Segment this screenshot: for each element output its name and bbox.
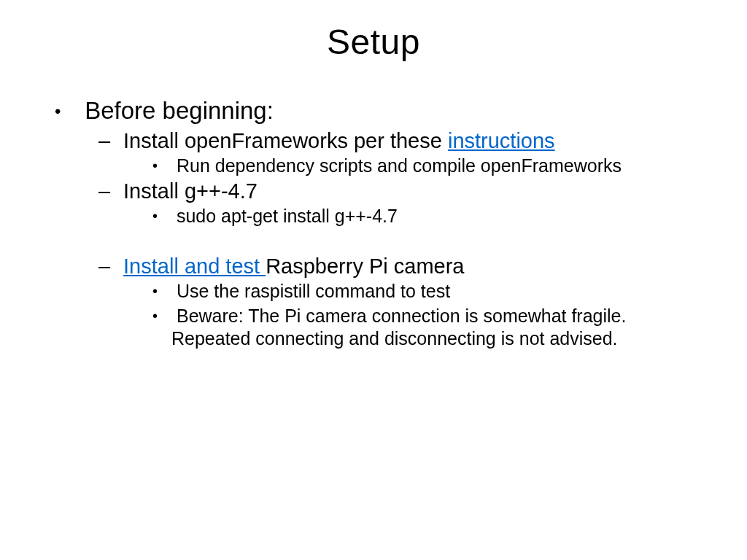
bullet-list-level3: sudo apt-get install g++-4.7 bbox=[117, 205, 685, 228]
bullet-text: Use the raspistill command to test bbox=[177, 281, 450, 301]
bullet-run-dependency: Run dependency scripts and compile openF… bbox=[152, 155, 685, 177]
bullet-list-level1: Before beginning: Install openFrameworks… bbox=[62, 97, 685, 350]
bullet-text: Raspberry Pi camera bbox=[266, 254, 464, 278]
install-test-link[interactable]: Install and test bbox=[123, 254, 266, 278]
bullet-install-test-camera: Install and test Raspberry Pi camera Use… bbox=[98, 254, 685, 351]
instructions-link[interactable]: instructions bbox=[448, 129, 555, 152]
bullet-install-openframeworks: Install openFrameworks per these instruc… bbox=[98, 129, 685, 177]
bullet-text: sudo apt-get install g++-4.7 bbox=[177, 206, 398, 226]
bullet-before-beginning: Before beginning: Install openFrameworks… bbox=[62, 97, 685, 350]
bullet-text: Install g++-4.7 bbox=[123, 179, 258, 203]
bullet-install-gpp: Install g++-4.7 sudo apt-get install g++… bbox=[98, 179, 685, 228]
bullet-list-level3: Use the raspistill command to test Bewar… bbox=[117, 280, 685, 351]
bullet-text: Install openFrameworks per these bbox=[123, 129, 448, 152]
bullet-text: Beware: The Pi camera connection is some… bbox=[171, 306, 626, 349]
bullet-sudo-apt: sudo apt-get install g++-4.7 bbox=[152, 205, 685, 228]
bullet-beware: Beware: The Pi camera connection is some… bbox=[152, 305, 685, 351]
bullet-list-level2: Install openFrameworks per these instruc… bbox=[62, 129, 685, 350]
bullet-text: Run dependency scripts and compile openF… bbox=[177, 155, 622, 176]
bullet-list-level3: Run dependency scripts and compile openF… bbox=[117, 155, 685, 177]
bullet-raspistill: Use the raspistill command to test bbox=[152, 280, 685, 303]
slide-title: Setup bbox=[62, 22, 685, 62]
bullet-text: Before beginning: bbox=[85, 97, 274, 124]
